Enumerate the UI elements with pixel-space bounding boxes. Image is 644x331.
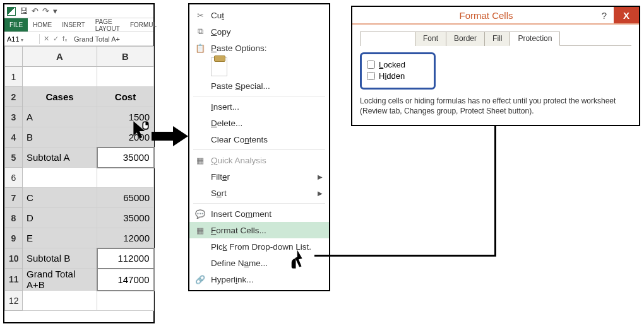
cell[interactable]: 1500 (97, 107, 154, 127)
row-header[interactable]: 12 (5, 291, 23, 311)
cell[interactable]: 12000 (97, 228, 154, 248)
row-header[interactable]: 6 (5, 168, 23, 188)
formula-controls: ✕ ✓ fₓ (40, 35, 71, 43)
menu-insert[interactable]: Insert... (189, 98, 329, 115)
menu-delete[interactable]: Delete... (189, 115, 329, 131)
menu-clear-contents[interactable]: Clear Contents (189, 131, 329, 148)
menu-pick-dropdown[interactable]: Pick From Drop-down List. (189, 238, 329, 255)
quick-access-toolbar: 🖫 ↶ ↷ ▾ (4, 4, 153, 18)
col-header-b[interactable]: B (97, 47, 154, 67)
arrow-to-context-menu (152, 126, 189, 146)
ribbon-tab-file[interactable]: FILE (4, 18, 28, 32)
submenu-arrow-icon: ▶ (318, 190, 323, 197)
dialog-tab-protection[interactable]: Protection (510, 32, 560, 46)
dialog-tab-font[interactable]: Font (415, 32, 446, 46)
dialog-titlebar: Format Cells ? X (352, 7, 639, 25)
context-menu: ✂ Cut ⧉ Copy 📋 Paste Options: Paste Spec… (188, 3, 330, 291)
cell[interactable]: E (23, 228, 97, 248)
row-header[interactable]: 1 (5, 67, 23, 87)
menu-copy[interactable]: ⧉ Copy (189, 23, 329, 40)
cell[interactable]: Subtotal B (23, 248, 97, 269)
cell[interactable]: Cases (23, 87, 97, 107)
undo-icon[interactable]: ↶ (32, 6, 39, 16)
hyperlink-icon: 🔗 (194, 274, 206, 284)
row-header[interactable]: 4 (5, 127, 23, 148)
copy-icon: ⧉ (194, 26, 206, 37)
cell[interactable]: D (23, 208, 97, 228)
name-box[interactable]: A11 (4, 34, 40, 44)
row-header[interactable]: 3 (5, 107, 23, 127)
dialog-tab-hidden[interactable] (360, 32, 415, 46)
formula-input[interactable]: Grand Total A+ (71, 34, 153, 44)
dialog-body: Font Border Fill Protection Locked Hidde… (352, 25, 639, 125)
cell[interactable] (23, 168, 97, 188)
hidden-checkbox[interactable]: Hidden (367, 71, 429, 81)
cell[interactable]: 35000 (97, 208, 154, 228)
row-header[interactable]: 10 (5, 248, 23, 269)
cell[interactable]: 35000 (97, 148, 154, 168)
menu-hyperlink[interactable]: 🔗 Hyperlink... (189, 271, 329, 287)
cell[interactable]: 65000 (97, 188, 154, 208)
row-header[interactable]: 7 (5, 188, 23, 208)
cell[interactable] (97, 168, 154, 188)
worksheet[interactable]: A B 1 2 Cases Cost 3 A 1500 4 B 2000 5 S… (4, 46, 153, 311)
menu-paste-options-heading: 📋 Paste Options: (189, 40, 329, 56)
comment-icon: 💬 (194, 209, 206, 219)
cell[interactable]: 2000 (97, 127, 154, 148)
connector-line (494, 120, 496, 257)
quick-analysis-icon: ▦ (194, 155, 206, 165)
menu-sort[interactable]: Sort▶ (189, 185, 329, 201)
protection-note: Locking cells or hiding formulas has no … (360, 96, 631, 116)
cell[interactable]: 147000 (97, 269, 154, 291)
ribbon-tab-home[interactable]: HOME (28, 18, 57, 32)
close-button[interactable]: X (614, 7, 639, 23)
row-header[interactable]: 5 (5, 148, 23, 168)
cell[interactable]: Cost (97, 87, 154, 107)
clipboard-icon: 📋 (194, 43, 206, 53)
separator (193, 203, 325, 204)
help-button[interactable]: ? (595, 7, 614, 23)
connector-line (314, 255, 496, 257)
cell[interactable]: 112000 (97, 248, 154, 269)
menu-format-cells[interactable]: ▦ Format Cells... (189, 222, 329, 238)
redo-icon[interactable]: ↷ (42, 6, 49, 16)
row-header[interactable]: 8 (5, 208, 23, 228)
scissors-icon: ✂ (194, 10, 206, 20)
menu-paste-special[interactable]: Paste Special... (189, 78, 329, 94)
select-all-corner[interactable] (5, 47, 23, 67)
paste-default-icon[interactable] (211, 57, 227, 76)
cell[interactable]: B (23, 127, 97, 148)
locked-checkbox[interactable]: Locked (367, 60, 429, 69)
menu-insert-comment[interactable]: 💬 Insert Comment (189, 206, 329, 222)
cell[interactable]: Subtotal A (23, 148, 97, 168)
dialog-tab-border[interactable]: Border (446, 32, 485, 46)
ribbon-tab-insert[interactable]: INSERT (57, 18, 90, 32)
ribbon-tab-pagelayout[interactable]: PAGE LAYOUT (90, 18, 125, 32)
locked-checkbox-input[interactable] (367, 61, 375, 69)
cancel-icon[interactable]: ✕ (44, 35, 49, 43)
customize-qat-icon[interactable]: ▾ (53, 6, 57, 16)
cell[interactable]: C (23, 188, 97, 208)
row-header[interactable]: 2 (5, 87, 23, 107)
menu-define-name[interactable]: Define Name... (189, 255, 329, 271)
excel-icon (7, 7, 16, 16)
hidden-checkbox-input[interactable] (367, 72, 375, 80)
cell[interactable]: A (23, 107, 97, 127)
submenu-arrow-icon: ▶ (318, 173, 323, 180)
row-header[interactable]: 9 (5, 228, 23, 248)
row-header[interactable]: 11 (5, 269, 23, 291)
ribbon-tab-formulas[interactable]: FORMUL (125, 18, 162, 32)
protection-checkbox-group: Locked Hidden (360, 52, 436, 90)
fx-icon[interactable]: fₓ (63, 35, 68, 43)
save-icon[interactable]: 🖫 (20, 6, 28, 16)
menu-cut[interactable]: ✂ Cut (189, 7, 329, 23)
dialog-tab-fill[interactable]: Fill (484, 32, 510, 46)
col-header-a[interactable]: A (23, 47, 97, 67)
enter-icon[interactable]: ✓ (53, 35, 59, 43)
menu-filter[interactable]: Filter▶ (189, 168, 329, 185)
cell[interactable]: Grand Total A+B (23, 269, 97, 291)
separator (193, 149, 325, 150)
format-cells-icon: ▦ (194, 225, 206, 235)
dialog-title: Format Cells (352, 10, 595, 21)
ribbon-tabs: FILE HOME INSERT PAGE LAYOUT FORMUL (4, 18, 153, 32)
